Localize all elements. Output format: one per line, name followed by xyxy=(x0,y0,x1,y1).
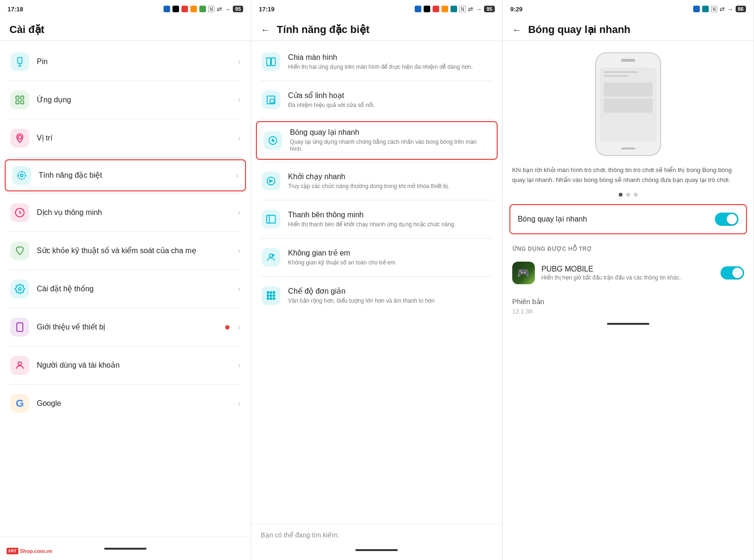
pubg-toggle[interactable] xyxy=(721,266,744,280)
split-desc: Hiển thị hai ứng dụng trên màn hình để t… xyxy=(288,64,492,71)
battery-badge-2: 95 xyxy=(484,6,494,12)
svg-rect-30 xyxy=(267,298,269,300)
settings-item-system[interactable]: Cài đặt hệ thống › xyxy=(0,272,251,306)
pubg-app-item: 🎮 PUBG MOBILE Hiển thị hẹn giờ bắt đầu t… xyxy=(503,256,754,290)
carousel-dots xyxy=(503,188,754,201)
location-label: Vị trí xyxy=(37,133,234,143)
quick-return-toggle-section: Bóng quay lại nhanh xyxy=(509,204,747,234)
divider-7 xyxy=(9,308,241,308)
app-teal-icon-2 xyxy=(451,6,457,12)
status-bar-1: 17:18 🇳 ⇄ → 95 xyxy=(0,0,251,17)
kids-icon xyxy=(266,252,276,263)
launch-icon-wrap xyxy=(262,172,280,190)
panel2-bottom-bar xyxy=(251,543,502,560)
dot-2 xyxy=(626,193,630,197)
simple-desc: Văn bản rộng hơn, biểu tượng lớn hơn và … xyxy=(288,297,492,305)
signal-icon: 🇳 xyxy=(208,6,214,13)
apps-icon xyxy=(15,95,25,105)
panel1-header: Cài đặt xyxy=(0,17,251,41)
watermark-text: Shop.com.vn xyxy=(20,548,52,554)
svg-rect-20 xyxy=(267,215,275,223)
settings-item-service[interactable]: Dịch vụ thông minh › xyxy=(0,196,251,230)
settings-item-user[interactable]: Người dùng và tài khoản › xyxy=(0,348,251,382)
phone-preview xyxy=(595,52,661,156)
pubg-emoji: 🎮 xyxy=(517,267,530,279)
svg-point-5 xyxy=(18,136,21,139)
phone-home xyxy=(621,148,635,149)
quick-icon-wrap xyxy=(263,131,282,150)
simple-icon xyxy=(266,290,276,301)
settings-item-google[interactable]: G Google › xyxy=(0,387,251,420)
divider-f5 xyxy=(261,238,492,239)
svg-rect-0 xyxy=(17,58,22,64)
feature-item-float[interactable]: Cửa sổ linh hoạtĐa nhiệm hiệu quả với cử… xyxy=(251,83,502,117)
battery-badge-1: 95 xyxy=(233,6,243,12)
page-title-3: Bóng quay lại nhanh xyxy=(528,24,631,36)
svg-rect-32 xyxy=(273,298,275,300)
back-button-3[interactable]: ← xyxy=(512,25,522,35)
app-red-icon-2 xyxy=(433,6,439,12)
feature-item-quick-return[interactable]: Bóng quay lại nhanhQuay lại ứng dụng nha… xyxy=(256,121,497,160)
float-desc: Đa nhiệm hiệu quả với cửa sổ nổi. xyxy=(288,102,492,109)
back-button-2[interactable]: ← xyxy=(261,25,270,35)
feature-description: Khi bạn rời khỏi màn hình trò chơi, thôn… xyxy=(503,161,754,188)
phone-preview-container xyxy=(503,43,754,161)
pin-chevron: › xyxy=(238,58,240,66)
settings-list-1: Pin › Ứng dụng › Vị trí › Tín xyxy=(0,43,251,536)
status-bar-2: 17:19 🇳 ⇄ → 95 xyxy=(251,0,502,17)
special-icon xyxy=(16,170,27,181)
status-icons-2: 🇳 ⇄ → 95 xyxy=(415,6,494,13)
svg-rect-29 xyxy=(273,295,275,296)
user-icon-wrap xyxy=(10,356,29,375)
device-icon-wrap xyxy=(10,318,29,337)
svg-point-23 xyxy=(272,255,274,256)
special-chevron: › xyxy=(236,171,238,180)
feature-item-split[interactable]: Chia màn hìnhHiển thị hai ứng dụng trên … xyxy=(251,45,502,79)
special-label: Tính năng đặc biệt xyxy=(39,171,232,181)
sidebar-icon-wrap xyxy=(262,210,280,229)
feature-item-sidebar[interactable]: Thanh bên thông minhHiển thị thanh bên đ… xyxy=(251,202,502,236)
panel2-bottom: Bạn có thể đang tìm kiếm: xyxy=(251,524,502,543)
kids-label: Không gian trẻ emKhông gian kỹ thuật số … xyxy=(288,248,492,266)
user-label: Người dùng và tài khoản xyxy=(37,361,234,371)
health-chevron: › xyxy=(238,247,240,255)
system-icon xyxy=(15,284,25,294)
svg-point-6 xyxy=(20,174,23,177)
home-indicator-3 xyxy=(607,323,649,325)
special-icon-wrap xyxy=(12,166,31,185)
feature-item-kids[interactable]: Không gian trẻ emKhông gian kỹ thuật số … xyxy=(251,240,502,274)
svg-rect-2 xyxy=(21,96,24,99)
svg-rect-24 xyxy=(267,292,269,294)
divider-f2 xyxy=(261,119,492,119)
user-chevron: › xyxy=(238,361,240,370)
settings-item-pin[interactable]: Pin › xyxy=(0,45,251,79)
divider-2 xyxy=(9,119,241,119)
system-label: Cài đặt hệ thống xyxy=(37,284,234,294)
settings-item-health[interactable]: Sức khỏe kỹ thuật số và kiểm soát của ch… xyxy=(0,234,251,268)
user-icon xyxy=(15,360,25,371)
dot-3 xyxy=(634,193,638,197)
quick-return-toggle[interactable] xyxy=(715,213,738,226)
device-chevron: › xyxy=(238,323,240,331)
battery-badge-3: 86 xyxy=(736,6,746,12)
settings-item-apps[interactable]: Ứng dụng › xyxy=(0,83,251,117)
app-m-icon xyxy=(164,6,170,12)
feature-item-simple[interactable]: Chế độ đơn giảnVăn bản rộng hơn, biểu tư… xyxy=(251,279,502,313)
phone-notch xyxy=(621,59,635,62)
location-chevron: › xyxy=(238,134,240,142)
service-icon xyxy=(15,207,25,218)
n-icon-3: 🇳 xyxy=(711,6,717,13)
quick-return-panel: 9:29 🇳 ⇄ → 86 ← Bóng quay lại nhanh xyxy=(503,0,754,560)
svg-rect-4 xyxy=(21,101,24,104)
header-divider-1 xyxy=(0,41,251,41)
settings-item-device[interactable]: Giới thiệu về thiết bị › xyxy=(0,310,251,344)
status-icons-3: 🇳 ⇄ → 86 xyxy=(693,6,746,13)
phone-screen xyxy=(600,67,656,142)
settings-item-special[interactable]: Tính năng đặc biệt › xyxy=(5,159,246,191)
divider-f1 xyxy=(261,81,492,81)
feature-item-launch[interactable]: Khởi chạy nhanhTruy cập các chức năng th… xyxy=(251,164,502,198)
divider-9 xyxy=(9,384,241,385)
service-chevron: › xyxy=(238,208,240,217)
divider-f6 xyxy=(261,276,492,277)
settings-item-location[interactable]: Vị trí › xyxy=(0,121,251,155)
